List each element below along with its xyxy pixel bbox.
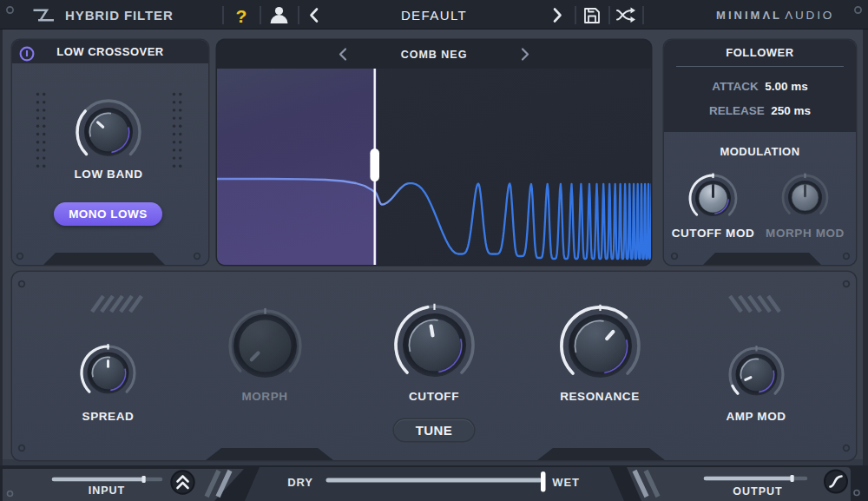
svg-text:DEFAULT: DEFAULT <box>401 8 467 23</box>
svg-text:DRY: DRY <box>287 476 312 489</box>
svg-text:HYBRID FILTER: HYBRID FILTER <box>65 8 174 23</box>
svg-text:ΛUDIO: ΛUDIO <box>785 9 834 22</box>
svg-text:WET: WET <box>552 476 579 489</box>
svg-text:MINIMΛL: MINIMΛL <box>716 9 782 22</box>
svg-text:?: ? <box>236 6 247 26</box>
svg-text:COMB NEG: COMB NEG <box>401 49 468 61</box>
svg-text:INPUT: INPUT <box>89 485 126 497</box>
svg-text:OUTPUT: OUTPUT <box>733 485 782 498</box>
